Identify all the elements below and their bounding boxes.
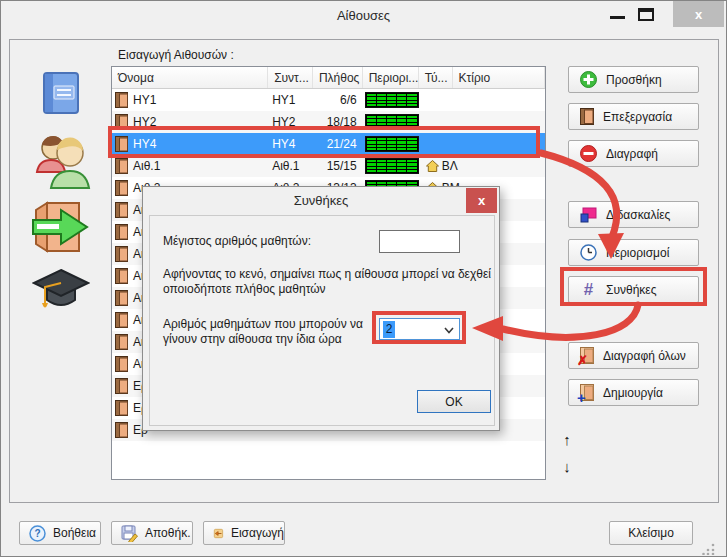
dialog-close-button[interactable]: x <box>466 188 497 213</box>
availability-grid <box>365 92 419 108</box>
lessons-count-dropdown[interactable]: 2 <box>379 318 460 340</box>
sidebar-item-lessons[interactable] <box>40 71 82 118</box>
room-name-cell: ΗΥ4 <box>112 133 268 155</box>
room-code-cell: Αιθ.1 <box>268 155 313 177</box>
window-close-button[interactable]: x <box>673 1 724 27</box>
teachings-icon <box>580 206 597 223</box>
room-code-cell: ΗΥ4 <box>268 133 313 155</box>
building-icon <box>426 160 439 172</box>
graduation-cap-icon <box>32 266 90 316</box>
door-icon <box>115 290 128 306</box>
sidebar-item-people[interactable] <box>32 133 96 192</box>
save-button[interactable]: Αποθήκ. <box>111 521 193 545</box>
lessons-count-label-line1: Αριθμός μαθημάτων που μπορούν να <box>163 317 363 331</box>
availability-grid <box>365 158 419 174</box>
import-icon <box>213 525 224 542</box>
create-button[interactable]: + Δημιουργία <box>568 379 699 406</box>
chevron-down-icon <box>444 327 454 334</box>
table-row[interactable]: Αιθ.1Αιθ.115/15ΒΛ <box>112 155 545 177</box>
door-icon <box>115 334 128 350</box>
minimize-button[interactable] <box>610 16 625 19</box>
edit-button[interactable]: Επεξεργασία <box>568 103 699 130</box>
ok-button[interactable]: OK <box>417 390 491 413</box>
no-entry-icon <box>580 145 597 162</box>
ok-button-label: OK <box>445 395 462 409</box>
delete-button-label: Διαγραφή <box>606 147 658 161</box>
resize-grip[interactable] <box>702 543 716 555</box>
hint-line1: Αφήνοντας το κενό, σημαίνει πως η αίθουσ… <box>163 267 491 281</box>
column-header[interactable]: Συντ... <box>268 67 313 88</box>
edit-button-label: Επεξεργασία <box>603 110 672 124</box>
close-window-button-label: Κλείσιμο <box>628 526 674 540</box>
close-window-button[interactable]: Κλείσιμο <box>609 521 693 545</box>
door-icon <box>115 158 128 174</box>
door-icon <box>115 268 128 284</box>
table-row[interactable]: ΗΥ4ΗΥ421/24 <box>112 133 545 155</box>
save-icon <box>121 525 138 542</box>
door-icon <box>115 224 128 240</box>
help-icon: ? <box>29 525 46 542</box>
door-icon <box>115 180 128 196</box>
lessons-count-value: 2 <box>383 321 395 338</box>
restrictions-button-label: Περιορισμοί <box>606 246 669 260</box>
restrictions-button[interactable]: Περιορισμοί <box>568 239 699 266</box>
svg-text:?: ? <box>34 528 40 539</box>
help-button[interactable]: ? Βοήθεια <box>19 521 101 545</box>
door-delete-icon: ✗ <box>580 347 594 364</box>
import-button-label: Εισαγωγή <box>231 526 284 540</box>
door-icon <box>115 92 128 108</box>
door-arrow-icon <box>31 200 91 254</box>
room-count-cell: 15/15 <box>313 155 363 177</box>
room-name-cell: ΗΥ2 <box>112 111 268 133</box>
room-restrictions-cell <box>363 133 419 155</box>
dialog-title: Συνθήκες <box>143 193 499 208</box>
availability-grid <box>365 136 419 152</box>
column-header[interactable]: Κτίριο <box>453 67 546 88</box>
room-name-cell: Αιθ.1 <box>112 155 268 177</box>
teachings-button-label: Διδασκαλίες <box>606 208 670 222</box>
sidebar-item-rooms[interactable] <box>31 200 91 257</box>
lessons-count-label-line2: γίνουν στην αίθουσα την ίδια ώρα <box>163 332 342 346</box>
import-button[interactable]: Εισαγωγή <box>203 521 285 545</box>
move-up-button[interactable]: ↑ <box>558 431 576 448</box>
room-count-cell: 6/6 <box>313 89 363 111</box>
room-building-cell <box>419 133 545 155</box>
table-row[interactable]: ΗΥ1ΗΥ16/6 <box>112 89 545 111</box>
edit-door-icon <box>580 108 594 125</box>
availability-grid <box>365 114 419 130</box>
column-header[interactable]: Περιορι... <box>363 67 419 88</box>
book-icon <box>40 71 82 115</box>
max-students-input[interactable] <box>379 230 460 253</box>
conditions-dialog: Συνθήκες x Μέγιστος αριθμός μαθητών: Αφή… <box>142 186 500 431</box>
door-icon <box>115 378 128 394</box>
maximize-button[interactable] <box>638 8 654 21</box>
room-building-cell: ΒΛ <box>419 155 545 177</box>
clock-icon <box>580 244 597 261</box>
room-code-cell: ΗΥ1 <box>268 89 313 111</box>
delete-button[interactable]: Διαγραφή <box>568 140 699 167</box>
section-label: Εισαγωγή Αιθουσών : <box>118 48 234 62</box>
add-button[interactable]: Προσθήκη <box>568 66 699 93</box>
room-count-cell: 18/18 <box>313 111 363 133</box>
move-down-button[interactable]: ↓ <box>558 458 576 475</box>
hint-line2: οποιοδήποτε πλήθος μαθητών <box>163 282 326 296</box>
conditions-button-label: Συνθήκες <box>606 283 656 297</box>
delete-all-button[interactable]: ✗ Διαγραφή όλων <box>568 342 699 369</box>
room-restrictions-cell <box>363 155 419 177</box>
door-icon <box>115 114 128 130</box>
max-students-label: Μέγιστος αριθμός μαθητών: <box>163 234 311 248</box>
door-create-icon: + <box>580 384 594 401</box>
column-header[interactable]: Τύ... <box>419 67 453 88</box>
door-icon <box>115 422 128 438</box>
titlebar: Αίθουσες x <box>1 1 726 31</box>
column-header[interactable]: Όνομα <box>112 67 268 88</box>
table-row[interactable]: ΗΥ2ΗΥ218/18 <box>112 111 545 133</box>
door-icon <box>115 246 128 262</box>
door-icon <box>115 356 128 372</box>
door-icon <box>115 400 128 416</box>
room-building-cell <box>419 89 545 111</box>
column-header[interactable]: Πλήθος <box>313 67 363 88</box>
teachings-button[interactable]: Διδασκαλίες <box>568 201 699 228</box>
conditions-button[interactable]: # Συνθήκες <box>568 276 699 303</box>
sidebar-item-graduation[interactable] <box>32 266 90 319</box>
